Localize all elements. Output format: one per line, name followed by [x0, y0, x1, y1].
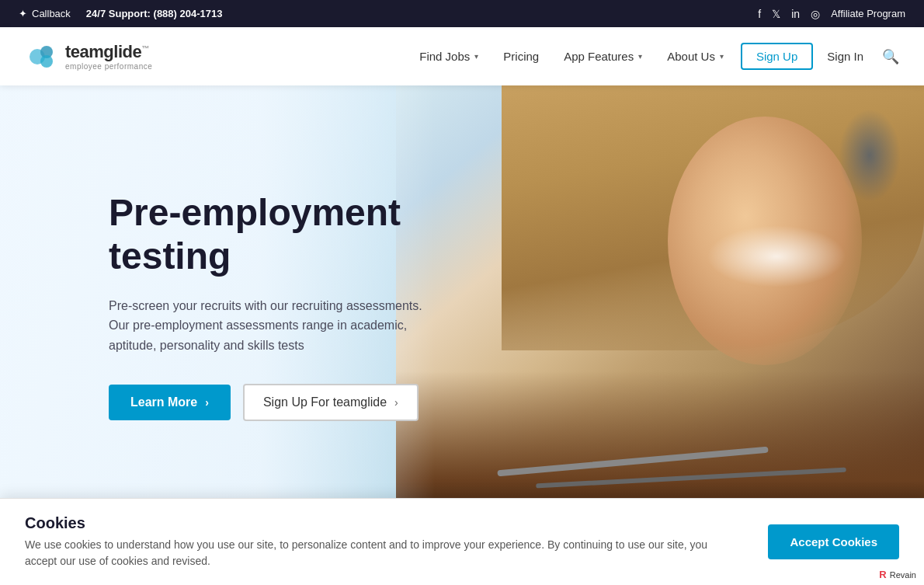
- hero-signup-arrow-icon: ›: [394, 396, 398, 409]
- navbar: teamglide™ employee performance Find Job…: [0, 27, 924, 85]
- learn-more-arrow-icon: ›: [205, 396, 209, 409]
- svg-point-2: [40, 55, 53, 68]
- nav-find-jobs[interactable]: Find Jobs: [408, 44, 489, 69]
- nav-app-features[interactable]: App Features: [553, 44, 653, 69]
- nav-links: Find Jobs Pricing App Features About Us …: [408, 43, 899, 70]
- instagram-icon[interactable]: ◎: [811, 8, 820, 20]
- nav-pricing[interactable]: Pricing: [492, 44, 550, 69]
- nav-about-us[interactable]: About Us: [656, 44, 735, 69]
- search-icon[interactable]: 🔍: [882, 48, 899, 65]
- logo[interactable]: teamglide™ employee performance: [25, 40, 152, 74]
- cookie-banner: Cookies We use cookies to understand how…: [0, 498, 924, 527]
- signin-button[interactable]: Sign In: [816, 44, 874, 68]
- signup-button[interactable]: Sign Up: [741, 43, 813, 70]
- support-number: (888) 204-1713: [154, 8, 223, 19]
- support-label: 24/7 Support:: [86, 8, 151, 19]
- logo-subtitle: employee performance: [65, 62, 152, 71]
- accept-cookies-button[interactable]: Accept Cookies: [768, 524, 899, 527]
- callback-icon: ✦: [19, 8, 27, 19]
- support-info: 24/7 Support: (888) 204-1713: [86, 8, 223, 19]
- affiliate-link[interactable]: Affiliate Program: [831, 8, 905, 19]
- top-bar-left: ✦ Callback 24/7 Support: (888) 204-1713: [19, 8, 222, 19]
- hero-description: Pre-screen your recruits with our recrui…: [109, 296, 443, 356]
- hero-title: Pre-employment testing: [109, 191, 466, 277]
- hero-signup-button[interactable]: Sign Up For teamglide ›: [243, 384, 419, 421]
- callback-link[interactable]: ✦ Callback: [19, 8, 71, 19]
- facebook-icon[interactable]: f: [758, 8, 761, 20]
- logo-text: teamglide™ employee performance: [65, 42, 152, 71]
- top-bar: ✦ Callback 24/7 Support: (888) 204-1713 …: [0, 0, 924, 27]
- callback-label: Callback: [32, 8, 71, 19]
- hero-person-image: [396, 85, 924, 527]
- cookie-title: Cookies: [25, 514, 724, 527]
- logo-icon: [25, 40, 59, 74]
- logo-name: teamglide™: [65, 42, 152, 62]
- twitter-icon[interactable]: 𝕏: [772, 8, 780, 20]
- hero-buttons: Learn More › Sign Up For teamglide ›: [109, 384, 466, 421]
- learn-more-label: Learn More: [130, 395, 197, 409]
- learn-more-button[interactable]: Learn More ›: [109, 385, 231, 420]
- cookie-text-block: Cookies We use cookies to understand how…: [25, 514, 724, 527]
- top-bar-right: f 𝕏 in ◎ Affiliate Program: [758, 8, 905, 20]
- linkedin-icon[interactable]: in: [791, 8, 800, 20]
- hero-signup-label: Sign Up For teamglide: [263, 395, 387, 409]
- hero-content: Pre-employment testing Pre-screen your r…: [0, 191, 466, 420]
- hero-section: Pre-employment testing Pre-screen your r…: [0, 85, 924, 527]
